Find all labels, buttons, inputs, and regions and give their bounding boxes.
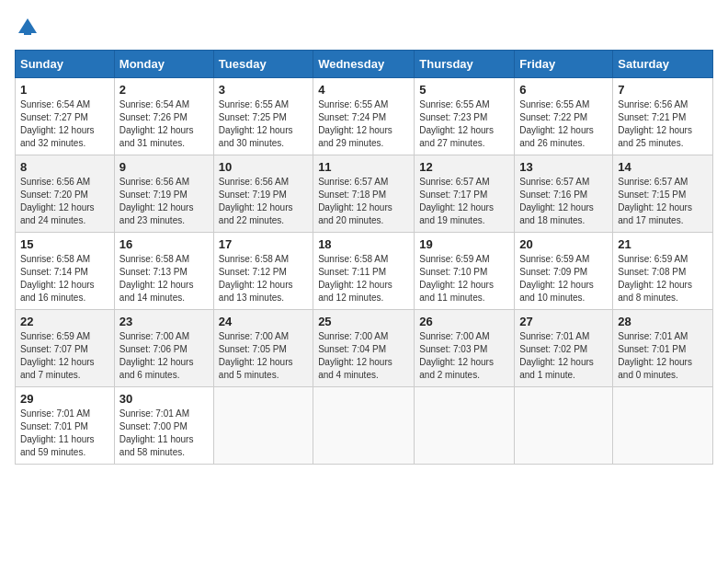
col-header-monday: Monday: [114, 51, 213, 78]
day-number: 4: [318, 83, 409, 97]
day-number: 5: [419, 83, 509, 97]
day-number: 24: [219, 315, 308, 328]
col-header-wednesday: Wednesday: [313, 51, 415, 78]
calendar-row: 22Sunrise: 6:59 AM Sunset: 7:07 PM Dayli…: [16, 310, 713, 387]
day-number: 2: [119, 83, 209, 97]
calendar-cell: 30Sunrise: 7:01 AM Sunset: 7:00 PM Dayli…: [114, 387, 213, 465]
calendar-cell: [313, 387, 415, 465]
day-number: 25: [318, 315, 409, 328]
calendar-cell: 21Sunrise: 6:59 AM Sunset: 7:08 PM Dayli…: [613, 233, 713, 310]
calendar-cell: 19Sunrise: 6:59 AM Sunset: 7:10 PM Dayli…: [415, 233, 515, 310]
calendar-cell: 25Sunrise: 7:00 AM Sunset: 7:04 PM Dayli…: [313, 310, 415, 387]
day-number: 20: [519, 237, 608, 251]
day-info: Sunrise: 7:00 AM Sunset: 7:03 PM Dayligh…: [419, 330, 509, 382]
day-info: Sunrise: 6:55 AM Sunset: 7:23 PM Dayligh…: [419, 98, 509, 150]
day-info: Sunrise: 6:56 AM Sunset: 7:19 PM Dayligh…: [219, 176, 308, 227]
calendar-cell: 5Sunrise: 6:55 AM Sunset: 7:23 PM Daylig…: [415, 78, 515, 155]
calendar-cell: 22Sunrise: 6:59 AM Sunset: 7:07 PM Dayli…: [16, 310, 115, 387]
day-info: Sunrise: 6:57 AM Sunset: 7:15 PM Dayligh…: [618, 176, 708, 227]
calendar-row: 8Sunrise: 6:56 AM Sunset: 7:20 PM Daylig…: [16, 155, 713, 233]
col-header-thursday: Thursday: [415, 51, 515, 78]
day-number: 19: [419, 237, 509, 251]
col-header-sunday: Sunday: [16, 51, 115, 78]
day-info: Sunrise: 7:01 AM Sunset: 7:02 PM Dayligh…: [519, 330, 608, 382]
calendar-cell: 15Sunrise: 6:58 AM Sunset: 7:14 PM Dayli…: [16, 233, 115, 310]
calendar-cell: 27Sunrise: 7:01 AM Sunset: 7:02 PM Dayli…: [515, 310, 613, 387]
day-number: 6: [519, 83, 608, 97]
day-info: Sunrise: 7:00 AM Sunset: 7:06 PM Dayligh…: [119, 330, 209, 382]
day-info: Sunrise: 6:57 AM Sunset: 7:17 PM Dayligh…: [419, 176, 509, 227]
day-info: Sunrise: 6:56 AM Sunset: 7:20 PM Dayligh…: [20, 176, 109, 227]
calendar-cell: 24Sunrise: 7:00 AM Sunset: 7:05 PM Dayli…: [213, 310, 313, 387]
day-number: 9: [119, 160, 209, 174]
calendar-header-row: SundayMondayTuesdayWednesdayThursdayFrid…: [16, 51, 713, 78]
day-info: Sunrise: 6:54 AM Sunset: 7:27 PM Dayligh…: [20, 98, 109, 150]
day-number: 23: [119, 315, 209, 328]
calendar-cell: 8Sunrise: 6:56 AM Sunset: 7:20 PM Daylig…: [16, 155, 115, 233]
day-number: 12: [419, 160, 509, 174]
calendar-row: 1Sunrise: 6:54 AM Sunset: 7:27 PM Daylig…: [16, 78, 713, 155]
day-info: Sunrise: 6:59 AM Sunset: 7:08 PM Dayligh…: [618, 253, 708, 304]
day-number: 26: [419, 315, 509, 328]
calendar-cell: 14Sunrise: 6:57 AM Sunset: 7:15 PM Dayli…: [613, 155, 713, 233]
day-number: 29: [20, 392, 109, 406]
day-number: 11: [318, 160, 409, 174]
svg-rect-1: [24, 28, 31, 35]
day-info: Sunrise: 7:01 AM Sunset: 7:01 PM Dayligh…: [618, 330, 708, 382]
day-info: Sunrise: 6:58 AM Sunset: 7:11 PM Dayligh…: [318, 253, 409, 304]
day-number: 13: [519, 160, 608, 174]
calendar-cell: 26Sunrise: 7:00 AM Sunset: 7:03 PM Dayli…: [415, 310, 515, 387]
page-header: [15, 15, 713, 40]
calendar-cell: 28Sunrise: 7:01 AM Sunset: 7:01 PM Dayli…: [613, 310, 713, 387]
calendar-table: SundayMondayTuesdayWednesdayThursdayFrid…: [15, 50, 713, 465]
col-header-friday: Friday: [515, 51, 613, 78]
col-header-tuesday: Tuesday: [213, 51, 313, 78]
logo: [15, 15, 44, 40]
day-info: Sunrise: 6:57 AM Sunset: 7:16 PM Dayligh…: [519, 176, 608, 227]
calendar-row: 29Sunrise: 7:01 AM Sunset: 7:01 PM Dayli…: [16, 387, 713, 465]
day-number: 22: [20, 315, 109, 328]
day-number: 1: [20, 83, 109, 97]
calendar-row: 15Sunrise: 6:58 AM Sunset: 7:14 PM Dayli…: [16, 233, 713, 310]
day-info: Sunrise: 6:57 AM Sunset: 7:18 PM Dayligh…: [318, 176, 409, 227]
day-number: 8: [20, 160, 109, 174]
day-info: Sunrise: 6:59 AM Sunset: 7:09 PM Dayligh…: [519, 253, 608, 304]
calendar-cell: 20Sunrise: 6:59 AM Sunset: 7:09 PM Dayli…: [515, 233, 613, 310]
day-number: 15: [20, 237, 109, 251]
day-info: Sunrise: 6:59 AM Sunset: 7:10 PM Dayligh…: [419, 253, 509, 304]
calendar-cell: 29Sunrise: 7:01 AM Sunset: 7:01 PM Dayli…: [16, 387, 115, 465]
day-number: 18: [318, 237, 409, 251]
day-number: 3: [219, 83, 308, 97]
day-info: Sunrise: 6:55 AM Sunset: 7:22 PM Dayligh…: [519, 98, 608, 150]
calendar-cell: 1Sunrise: 6:54 AM Sunset: 7:27 PM Daylig…: [16, 78, 115, 155]
calendar-cell: 16Sunrise: 6:58 AM Sunset: 7:13 PM Dayli…: [114, 233, 213, 310]
day-info: Sunrise: 6:55 AM Sunset: 7:24 PM Dayligh…: [318, 98, 409, 150]
day-number: 28: [618, 315, 708, 328]
calendar-cell: [515, 387, 613, 465]
col-header-saturday: Saturday: [613, 51, 713, 78]
day-info: Sunrise: 7:00 AM Sunset: 7:05 PM Dayligh…: [219, 330, 308, 382]
calendar-cell: 7Sunrise: 6:56 AM Sunset: 7:21 PM Daylig…: [613, 78, 713, 155]
day-number: 7: [618, 83, 708, 97]
day-number: 21: [618, 237, 708, 251]
calendar-cell: 4Sunrise: 6:55 AM Sunset: 7:24 PM Daylig…: [313, 78, 415, 155]
day-info: Sunrise: 6:55 AM Sunset: 7:25 PM Dayligh…: [219, 98, 308, 150]
day-info: Sunrise: 7:00 AM Sunset: 7:04 PM Dayligh…: [318, 330, 409, 382]
calendar-cell: 6Sunrise: 6:55 AM Sunset: 7:22 PM Daylig…: [515, 78, 613, 155]
day-info: Sunrise: 6:58 AM Sunset: 7:14 PM Dayligh…: [20, 253, 109, 304]
day-number: 17: [219, 237, 308, 251]
day-info: Sunrise: 6:58 AM Sunset: 7:13 PM Dayligh…: [119, 253, 209, 304]
calendar-cell: 23Sunrise: 7:00 AM Sunset: 7:06 PM Dayli…: [114, 310, 213, 387]
calendar-cell: [613, 387, 713, 465]
calendar-cell: 17Sunrise: 6:58 AM Sunset: 7:12 PM Dayli…: [213, 233, 313, 310]
calendar-cell: 2Sunrise: 6:54 AM Sunset: 7:26 PM Daylig…: [114, 78, 213, 155]
day-number: 16: [119, 237, 209, 251]
day-info: Sunrise: 7:01 AM Sunset: 7:00 PM Dayligh…: [119, 408, 209, 459]
day-info: Sunrise: 6:59 AM Sunset: 7:07 PM Dayligh…: [20, 330, 109, 382]
day-info: Sunrise: 7:01 AM Sunset: 7:01 PM Dayligh…: [20, 408, 109, 459]
day-info: Sunrise: 6:54 AM Sunset: 7:26 PM Dayligh…: [119, 98, 209, 150]
calendar-cell: 18Sunrise: 6:58 AM Sunset: 7:11 PM Dayli…: [313, 233, 415, 310]
day-number: 27: [519, 315, 608, 328]
calendar-cell: [415, 387, 515, 465]
day-number: 14: [618, 160, 708, 174]
